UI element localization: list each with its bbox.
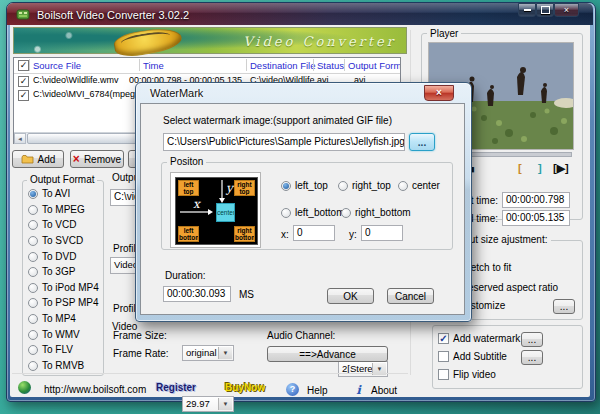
- position-option-left-bottom[interactable]: left_bottom: [281, 207, 344, 218]
- col-destination-file[interactable]: Destination File: [250, 60, 315, 71]
- advance-button-label: ==>Advance: [299, 349, 355, 360]
- radio-icon[interactable]: [28, 361, 38, 371]
- end-time-field[interactable]: 00:00:05.135: [502, 210, 570, 226]
- row-checkbox[interactable]: ✓: [18, 90, 29, 101]
- add-subtitle-checkbox[interactable]: Add Subtitle: [438, 351, 507, 362]
- checkbox-checked-icon[interactable]: ✓: [438, 333, 449, 344]
- play-icon[interactable]: [▶]: [553, 162, 569, 175]
- file-table-header[interactable]: ✓ Source File Time Destination File Stat…: [14, 58, 400, 74]
- duration-label: Duration:: [165, 270, 206, 281]
- mark-out-icon[interactable]: ]: [538, 162, 542, 174]
- help-icon[interactable]: ?: [286, 383, 299, 396]
- position-diagram: left top right top left bottom right bot…: [175, 177, 258, 245]
- register-link[interactable]: Register: [156, 382, 196, 393]
- scroll-left-icon[interactable]: ◄: [14, 133, 26, 144]
- checkbox-icon[interactable]: [438, 351, 449, 362]
- format-option-to-dvd[interactable]: To DVD: [28, 251, 76, 262]
- col-output-format[interactable]: Output Format: [348, 60, 401, 71]
- position-option-center[interactable]: center: [398, 180, 440, 191]
- scroll-thumb[interactable]: [27, 133, 147, 144]
- advance-button[interactable]: ==>Advance: [267, 346, 388, 362]
- chevron-down-icon[interactable]: ▼: [218, 347, 232, 359]
- radio-icon[interactable]: [28, 298, 38, 308]
- radio-icon[interactable]: [28, 345, 38, 355]
- col-source-file[interactable]: Source File: [33, 60, 81, 71]
- format-option-to-flv[interactable]: To FLV: [28, 344, 73, 355]
- format-option-to-svcd[interactable]: To SVCD: [28, 235, 83, 246]
- format-option-to-mp4[interactable]: To MP4: [28, 313, 76, 324]
- flip-video-checkbox[interactable]: Flip video: [438, 369, 496, 380]
- format-option-to-ipod-mp4[interactable]: To iPod MP4: [28, 282, 99, 293]
- add-watermark-checkbox[interactable]: ✓Add watermark: [438, 333, 520, 344]
- format-option-to-psp-mp4[interactable]: To PSP MP4: [28, 297, 99, 308]
- mark-in-icon[interactable]: [: [518, 162, 522, 174]
- format-option-to-3gp[interactable]: To 3GP: [28, 266, 75, 277]
- ok-button[interactable]: OK: [327, 288, 374, 304]
- buynow-link[interactable]: BuyNow: [225, 382, 265, 393]
- duration-field[interactable]: 00:00:30.093: [163, 286, 231, 302]
- radio-icon[interactable]: [28, 314, 38, 324]
- subtitle-browse-button[interactable]: ...: [521, 350, 543, 365]
- dialog-close-button[interactable]: ×: [424, 85, 454, 101]
- minimize-button[interactable]: [518, 3, 536, 17]
- position-option-left-top[interactable]: left_top: [281, 180, 328, 191]
- position-option-right-bottom[interactable]: right_bottom: [341, 207, 411, 218]
- radio-icon[interactable]: [28, 205, 38, 215]
- frame-rate-combo[interactable]: 29.97▼: [182, 396, 234, 412]
- y-field[interactable]: 0: [361, 225, 403, 241]
- format-option-to-mpeg[interactable]: To MPEG: [28, 204, 85, 215]
- image-browse-button[interactable]: ...: [409, 133, 435, 151]
- cancel-button[interactable]: Cancel: [387, 288, 434, 304]
- radio-icon[interactable]: [338, 181, 348, 191]
- player-group-label: Player: [427, 28, 461, 39]
- frame-size-label: Frame Size:: [113, 330, 167, 341]
- radio-icon[interactable]: [341, 208, 351, 218]
- customize-browse-button[interactable]: ...: [553, 299, 575, 314]
- position-option-right-top[interactable]: right_top: [338, 180, 391, 191]
- add-button[interactable]: Add: [12, 150, 64, 168]
- row-checkbox[interactable]: ✓: [18, 76, 29, 87]
- col-status[interactable]: Status: [317, 60, 344, 71]
- maximize-button[interactable]: [536, 3, 554, 17]
- radio-icon[interactable]: [28, 283, 38, 293]
- about-link[interactable]: About: [371, 385, 397, 396]
- col-time[interactable]: Time: [143, 60, 164, 71]
- image-path-field[interactable]: C:\Users\Public\Pictures\Sample Pictures…: [163, 133, 405, 151]
- radio-icon[interactable]: [28, 252, 38, 262]
- format-option-to-vcd[interactable]: To VCD: [28, 219, 76, 230]
- app-icon: [16, 8, 30, 21]
- desktop: { "palette":{"desktop_teal":"#34a89a","t…: [0, 0, 600, 414]
- chevron-down-icon[interactable]: ▼: [218, 398, 232, 410]
- about-icon[interactable]: i: [352, 383, 365, 396]
- bottom-separator: [12, 373, 408, 374]
- frame-size-combo[interactable]: original▼: [182, 345, 234, 361]
- dialog-title[interactable]: WaterMark: [150, 87, 203, 99]
- format-option-to-avi[interactable]: To AVI: [28, 188, 70, 199]
- radio-icon[interactable]: [28, 236, 38, 246]
- remove-button[interactable]: × Remove: [70, 150, 124, 168]
- watermark-browse-button[interactable]: ...: [521, 332, 543, 347]
- help-link[interactable]: Help: [307, 385, 328, 396]
- banner-title: Video Converter: [243, 34, 396, 49]
- radio-icon[interactable]: [28, 189, 38, 199]
- main-titlebar[interactable]: Boilsoft Video Converter 3.02.2: [7, 3, 593, 25]
- audio-channel-combo[interactable]: 2[Stereo]▼: [338, 361, 388, 377]
- radio-icon[interactable]: [28, 330, 38, 340]
- radio-icon[interactable]: [281, 181, 291, 191]
- format-option-to-wmv[interactable]: To WMV: [28, 329, 80, 340]
- maximize-icon: [541, 6, 550, 14]
- duration-unit-label: MS: [239, 289, 254, 300]
- select-all-checkbox[interactable]: ✓: [18, 60, 29, 71]
- globe-icon: [18, 381, 31, 394]
- start-time-field[interactable]: 00:00:00.798: [502, 192, 570, 208]
- website-link[interactable]: http://www.boilsoft.com: [44, 384, 146, 395]
- radio-icon[interactable]: [28, 220, 38, 230]
- format-option-to-rmvb[interactable]: To RMVB: [28, 360, 84, 371]
- close-button[interactable]: ×: [554, 3, 579, 17]
- radio-icon[interactable]: [281, 208, 291, 218]
- checkbox-icon[interactable]: [438, 369, 449, 380]
- radio-icon[interactable]: [28, 267, 38, 277]
- x-field[interactable]: 0: [293, 225, 335, 241]
- add-button-label: Add: [38, 154, 56, 165]
- radio-icon[interactable]: [398, 181, 408, 191]
